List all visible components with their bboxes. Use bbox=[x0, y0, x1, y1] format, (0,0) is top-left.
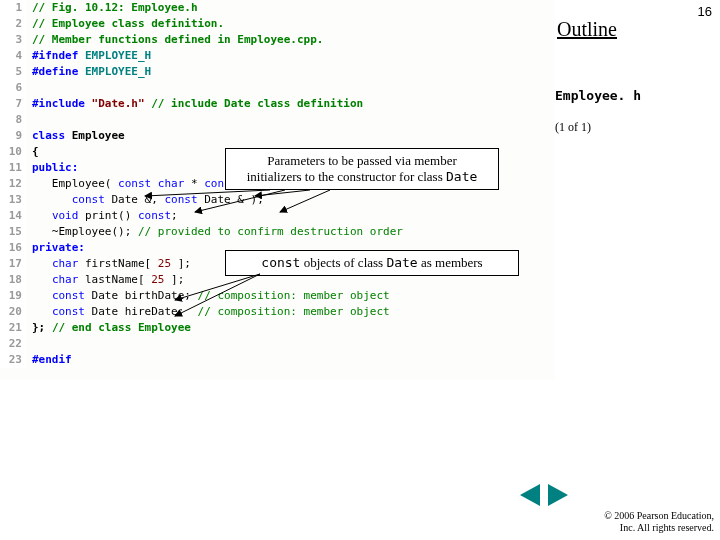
callout-text: Parameters to be passed via member bbox=[267, 153, 457, 168]
file-label: Employee. h bbox=[555, 88, 641, 103]
code-line: 14 void print() const; bbox=[0, 208, 555, 224]
code-line: 20 const Date hireDate; // composition: … bbox=[0, 304, 555, 320]
callout-text: objects of class bbox=[300, 255, 386, 270]
code-line: 1// Fig. 10.12: Employee.h bbox=[0, 0, 555, 16]
callout-const-members: const objects of class Date as members bbox=[225, 250, 519, 276]
callout-text: const bbox=[261, 255, 300, 270]
code-line: 8 bbox=[0, 112, 555, 128]
code-line: 23#endif bbox=[0, 352, 555, 368]
code-listing: 1// Fig. 10.12: Employee.h 2// Employee … bbox=[0, 0, 555, 380]
code-line: 2// Employee class definition. bbox=[0, 16, 555, 32]
code-line: 3// Member functions defined in Employee… bbox=[0, 32, 555, 48]
code-line: 22 bbox=[0, 336, 555, 352]
code-line: 5#define EMPLOYEE_H bbox=[0, 64, 555, 80]
page-number: 16 bbox=[698, 4, 712, 19]
slide: 1// Fig. 10.12: Employee.h 2// Employee … bbox=[0, 0, 720, 540]
copyright: © 2006 Pearson Education, Inc. All right… bbox=[604, 510, 714, 534]
code-line: 15 ~Employee(); // provided to confirm d… bbox=[0, 224, 555, 240]
code-line: 7#include "Date.h" // include Date class… bbox=[0, 96, 555, 112]
page-label: (1 of 1) bbox=[555, 120, 591, 135]
callout-text: Date bbox=[386, 255, 417, 270]
copyright-line: © 2006 Pearson Education, bbox=[604, 510, 714, 521]
callout-text: as members bbox=[418, 255, 483, 270]
copyright-line: Inc. All rights reserved. bbox=[620, 522, 714, 533]
next-button[interactable] bbox=[548, 484, 568, 506]
callout-text: Date bbox=[446, 169, 477, 184]
prev-button[interactable] bbox=[520, 484, 540, 506]
nav-buttons bbox=[518, 484, 570, 510]
callout-text: initializers to the constructor for clas… bbox=[247, 169, 446, 184]
callout-parameters: Parameters to be passed via member initi… bbox=[225, 148, 499, 190]
code-line: 9class Employee bbox=[0, 128, 555, 144]
code-line: 6 bbox=[0, 80, 555, 96]
outline-heading: Outline bbox=[557, 18, 617, 41]
right-column: 16 Outline Employee. h (1 of 1) bbox=[555, 0, 720, 540]
code-line: 21}; // end class Employee bbox=[0, 320, 555, 336]
code-line: 4#ifndef EMPLOYEE_H bbox=[0, 48, 555, 64]
code-line: 13 const Date &, const Date & ); bbox=[0, 192, 555, 208]
code-line: 19 const Date birthDate; // composition:… bbox=[0, 288, 555, 304]
